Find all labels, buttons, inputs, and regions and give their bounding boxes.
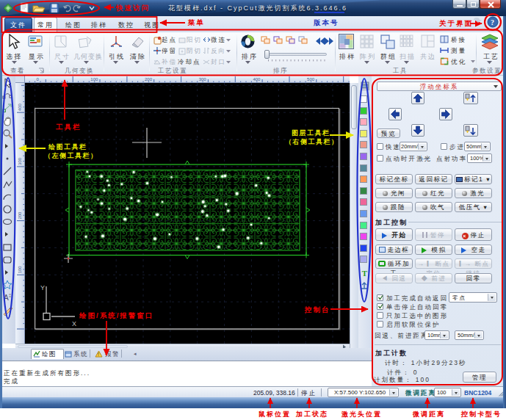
svg-text:0: 0 <box>37 77 40 82</box>
svg-text:400: 400 <box>18 104 22 112</box>
svg-text:300: 300 <box>18 157 22 165</box>
svg-text:X: X <box>72 320 76 327</box>
svg-text:200: 200 <box>18 211 22 220</box>
svg-text:A: A <box>4 294 9 302</box>
svg-text:!: ! <box>98 352 99 357</box>
svg-text:300: 300 <box>199 77 207 82</box>
svg-text:400: 400 <box>253 77 261 82</box>
svg-text:Y: Y <box>40 284 45 292</box>
svg-text:200: 200 <box>145 77 153 82</box>
svg-text:500: 500 <box>307 77 315 82</box>
svg-text:100: 100 <box>18 266 22 274</box>
svg-text:100: 100 <box>90 77 98 82</box>
